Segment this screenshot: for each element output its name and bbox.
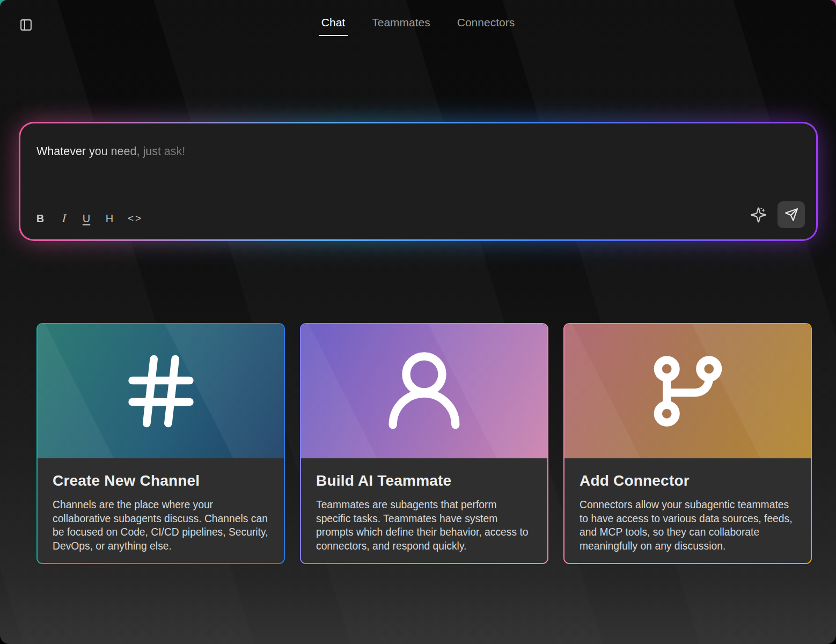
connector-card-body: Add Connector Connectors allow your suba… — [564, 458, 811, 563]
card-description: Teammates are subagents that perform spe… — [316, 498, 532, 553]
user-icon — [377, 345, 471, 438]
send-button[interactable] — [778, 201, 805, 228]
main-nav: Chat Teammates Connectors — [0, 16, 836, 36]
format-toolbar: B I U H <> — [35, 210, 143, 226]
channel-card-body: Create New Channel Channels are the plac… — [38, 458, 284, 563]
card-description: Connectors allow your subagentic teammat… — [580, 498, 796, 553]
tab-teammates[interactable]: Teammates — [369, 16, 433, 36]
topbar: Chat Teammates Connectors — [0, 0, 836, 48]
heading-button[interactable]: H — [105, 210, 114, 226]
card-description: Channels are the place where your collab… — [53, 498, 269, 553]
message-placeholder: Whatever you need, just ask! — [36, 145, 185, 158]
send-icon — [784, 208, 798, 222]
app-window: Chat Teammates Connectors Whatever you n… — [0, 0, 836, 644]
git-fork-icon — [647, 350, 729, 432]
build-teammate-card[interactable]: Build AI Teammate Teammates are subagent… — [300, 323, 548, 564]
tab-chat[interactable]: Chat — [319, 16, 348, 36]
create-channel-card[interactable]: Create New Channel Channels are the plac… — [36, 323, 285, 564]
composer-section: Whatever you need, just ask! B I U H <> — [19, 122, 818, 241]
card-title: Create New Channel — [53, 472, 269, 489]
italic-button[interactable]: I — [58, 210, 68, 226]
enhance-button[interactable] — [750, 207, 767, 223]
channel-card-media — [38, 324, 284, 458]
teammate-card-media — [301, 324, 547, 458]
tab-connectors[interactable]: Connectors — [454, 16, 517, 36]
code-button[interactable]: <> — [128, 210, 143, 226]
hash-icon — [118, 348, 204, 434]
teammate-card-body: Build AI Teammate Teammates are subagent… — [301, 458, 547, 563]
underline-button[interactable]: U — [82, 210, 91, 226]
message-input[interactable]: Whatever you need, just ask! B I U H <> — [19, 122, 818, 241]
composer-actions — [750, 201, 805, 228]
bold-button[interactable]: B — [35, 210, 45, 226]
card-title: Add Connector — [580, 472, 796, 489]
card-title: Build AI Teammate — [316, 472, 532, 489]
quick-start-cards: Create New Channel Channels are the plac… — [36, 323, 812, 564]
connector-card-media — [564, 324, 811, 458]
sparkles-icon — [750, 207, 767, 223]
add-connector-card[interactable]: Add Connector Connectors allow your suba… — [563, 323, 812, 564]
